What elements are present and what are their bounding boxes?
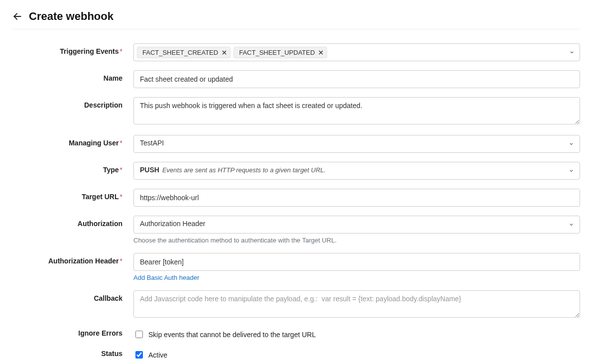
label-description: Description: [12, 97, 133, 109]
label-callback: Callback: [12, 290, 133, 302]
managing-user-select[interactable]: TestAPI: [133, 135, 580, 153]
label-authorization-header: Authorization Header*: [12, 253, 133, 265]
ignore-errors-checkbox[interactable]: [135, 331, 143, 338]
label-managing-user: Managing User*: [12, 135, 133, 147]
label-target-url: Target URL*: [12, 189, 133, 201]
page-header: Create webhook: [12, 10, 580, 29]
label-ignore-errors: Ignore Errors: [12, 328, 133, 337]
type-name: PUSH: [140, 166, 159, 174]
authorization-header-input[interactable]: [133, 253, 580, 271]
chevron-down-icon: [569, 50, 575, 55]
status-active-text[interactable]: Active: [148, 351, 167, 359]
add-basic-auth-link[interactable]: Add Basic Auth header: [133, 274, 580, 281]
event-chip: FACT_SHEET_UPDATED: [234, 47, 327, 58]
remove-chip-icon[interactable]: [318, 50, 324, 55]
page-title: Create webhook: [29, 10, 114, 23]
label-type: Type*: [12, 162, 133, 174]
name-input[interactable]: [133, 70, 580, 88]
ignore-errors-text[interactable]: Skip events that cannot be delivered to …: [148, 331, 316, 339]
remove-chip-icon[interactable]: [222, 50, 227, 55]
event-chip-label: FACT_SHEET_UPDATED: [239, 49, 315, 56]
label-triggering-events: Triggering Events*: [12, 43, 133, 55]
label-status: Status: [12, 349, 133, 358]
event-chip-label: FACT_SHEET_CREATED: [142, 49, 218, 56]
label-name: Name: [12, 70, 133, 82]
type-select[interactable]: PUSH Events are sent as HTTP requests to…: [133, 162, 580, 180]
description-textarea[interactable]: [133, 97, 580, 124]
webhook-form: Triggering Events* FACT_SHEET_CREATED FA…: [12, 43, 580, 360]
authorization-select[interactable]: Authorization Header: [133, 216, 580, 234]
target-url-input[interactable]: [133, 189, 580, 207]
event-chip: FACT_SHEET_CREATED: [137, 47, 231, 58]
type-description: Events are sent as HTTP requests to a gi…: [162, 166, 326, 174]
triggering-events-select[interactable]: FACT_SHEET_CREATED FACT_SHEET_UPDATED: [133, 43, 580, 61]
callback-textarea[interactable]: [133, 290, 580, 318]
label-authorization: Authorization: [12, 216, 133, 228]
back-arrow-icon[interactable]: [12, 11, 23, 22]
status-active-checkbox[interactable]: [135, 351, 143, 359]
authorization-helper: Choose the authentication method to auth…: [133, 237, 580, 244]
